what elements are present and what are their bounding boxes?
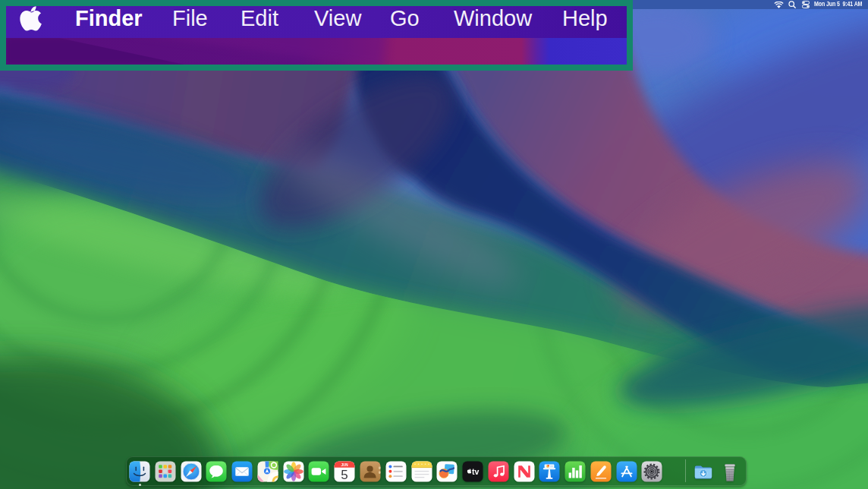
svg-text:tv: tv: [472, 466, 479, 475]
svg-text:5: 5: [341, 467, 348, 481]
svg-text:JUN: JUN: [341, 462, 349, 466]
